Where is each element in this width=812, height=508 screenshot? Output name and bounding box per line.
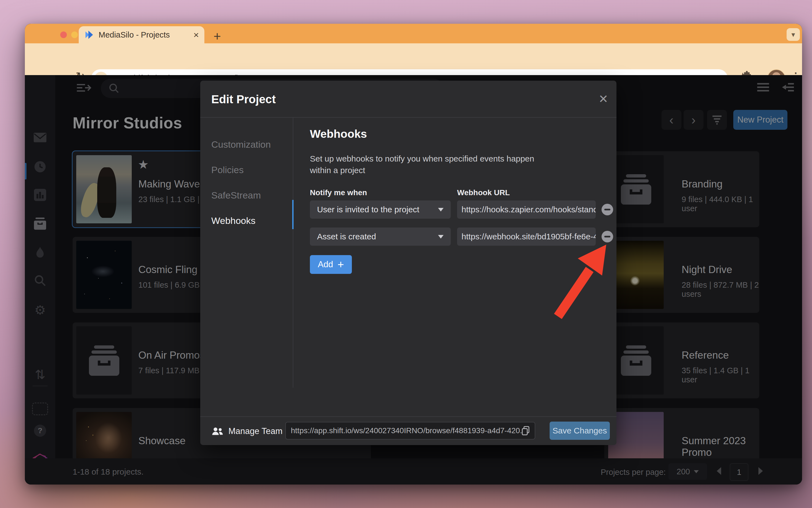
tab-title: MediaSilo - Projects xyxy=(98,30,191,40)
annotation-arrow xyxy=(547,236,619,325)
active-nav-indicator xyxy=(292,200,294,229)
event-select-value: User is invited to the project xyxy=(317,205,419,214)
modal-close-icon[interactable]: ✕ xyxy=(599,92,608,106)
modal-nav-policies[interactable]: Policies xyxy=(211,165,244,175)
modal-nav-customization[interactable]: Customization xyxy=(211,139,271,150)
manage-team-label: Manage Team xyxy=(229,426,283,436)
remove-webhook-button-1[interactable] xyxy=(602,204,613,215)
share-url-field[interactable]: https://app.shift.io/ws/240027340IRNO/br… xyxy=(285,422,535,439)
webhook-url-value: https://hooks.zapier.com/hooks/standa xyxy=(461,205,596,214)
webhook-url-label: Webhook URL xyxy=(457,188,510,197)
browser-toolbar: ← → ↻ app.shift.io/ws/240027340IRNO/brow… xyxy=(25,43,802,75)
browser-tab[interactable]: MediaSilo - Projects × xyxy=(79,26,204,43)
webhooks-heading: Webhooks xyxy=(310,128,367,140)
webhook-url-input-1[interactable]: https://hooks.zapier.com/hooks/standa xyxy=(457,201,596,219)
modal-header: Edit Project ✕ xyxy=(200,81,616,118)
mediasilo-favicon xyxy=(84,30,94,40)
modal-nav: Customization Policies SafeStream Webhoo… xyxy=(200,118,293,388)
traffic-light-minimize[interactable] xyxy=(71,32,78,38)
manage-team-button[interactable]: Manage Team xyxy=(211,426,283,436)
modal-nav-webhooks[interactable]: Webhooks xyxy=(211,215,255,226)
modal-nav-safestream[interactable]: SafeStream xyxy=(211,190,261,201)
event-select-2[interactable]: Asset is created xyxy=(310,227,451,246)
modal-title: Edit Project xyxy=(211,93,276,106)
modal-footer: Manage Team https://app.shift.io/ws/2400… xyxy=(200,416,616,445)
event-select-value: Asset is created xyxy=(317,232,376,241)
copy-icon[interactable] xyxy=(521,426,530,435)
add-label: Add xyxy=(318,259,333,269)
chevron-down-icon xyxy=(438,208,444,211)
save-changes-button[interactable]: Save Changes xyxy=(550,422,610,440)
people-icon xyxy=(211,427,224,436)
tab-close-icon[interactable]: × xyxy=(193,30,199,40)
share-url-value: https://app.shift.io/ws/240027340IRNO/br… xyxy=(291,426,521,435)
add-webhook-button[interactable]: Add + xyxy=(310,255,352,274)
browser-window: MediaSilo - Projects × + ▾ ← → ↻ app.shi… xyxy=(25,24,802,484)
window-chevron-icon[interactable]: ▾ xyxy=(786,28,800,41)
event-select-1[interactable]: User is invited to the project xyxy=(310,201,451,219)
webhooks-description: Set up webhooks to notify you when speci… xyxy=(310,153,545,176)
new-tab-icon[interactable]: + xyxy=(213,29,221,44)
tab-strip: MediaSilo - Projects × + ▾ xyxy=(25,24,802,43)
traffic-light-close[interactable] xyxy=(60,32,67,38)
chevron-down-icon xyxy=(438,235,444,239)
notify-me-when-label: Notify me when xyxy=(310,188,367,197)
